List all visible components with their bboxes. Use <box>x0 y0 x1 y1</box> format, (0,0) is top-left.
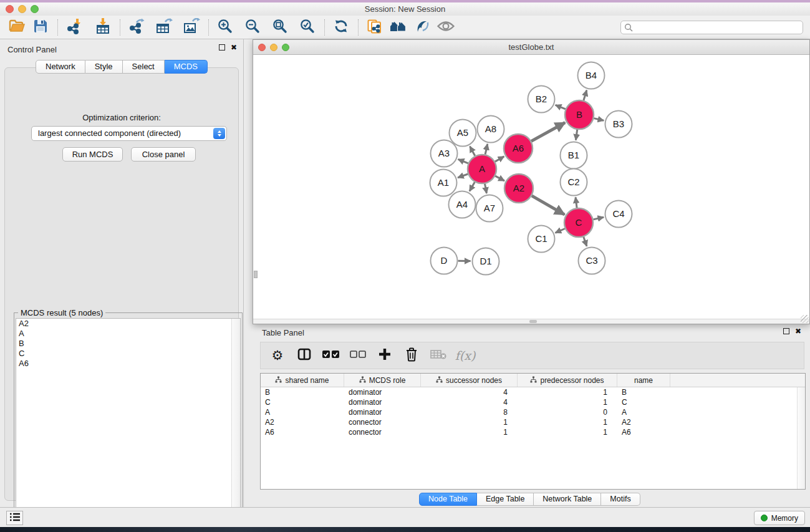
edge-A2-C[interactable] <box>532 196 565 215</box>
edge-C-C2[interactable] <box>576 197 577 208</box>
cell-predecessor-nodes[interactable]: 1 <box>518 387 617 397</box>
cell-predecessor-nodes[interactable]: 1 <box>518 427 617 437</box>
table-row[interactable]: Cdominator41C <box>261 397 805 407</box>
cell-shared-name[interactable]: A6 <box>261 427 344 437</box>
cell-successor-nodes[interactable]: 8 <box>421 407 518 417</box>
close-panel-button[interactable]: Close panel <box>131 147 196 162</box>
column-header-successor-nodes[interactable]: successor nodes <box>421 374 518 387</box>
node-C[interactable]: C <box>564 208 593 237</box>
bird-eye-view-button[interactable] <box>436 18 455 37</box>
run-mcds-button[interactable]: Run MCDS <box>62 147 123 162</box>
edge-C-C4[interactable] <box>593 217 604 220</box>
delete-table-button[interactable] <box>430 347 446 364</box>
cell-mcds-role[interactable]: connector <box>344 417 421 427</box>
edge-A-A6[interactable] <box>495 157 504 162</box>
cell-shared-name[interactable]: A2 <box>261 417 344 427</box>
home-button[interactable] <box>389 18 408 37</box>
task-history-button[interactable] <box>6 511 23 525</box>
edge-A-A7[interactable] <box>485 184 487 193</box>
horizontal-scrollbar[interactable] <box>253 319 809 324</box>
edge-A-A1[interactable] <box>458 174 468 178</box>
cell-shared-name[interactable]: A <box>261 407 344 417</box>
mcds-result-item[interactable]: C <box>16 349 240 359</box>
mcds-result-item[interactable]: A <box>16 329 240 339</box>
tab-network[interactable]: Network <box>36 60 85 74</box>
column-header-name[interactable]: name <box>617 374 670 387</box>
add-column-button[interactable] <box>377 347 393 364</box>
tab-mcds[interactable]: MCDS <box>165 60 208 74</box>
deselect-all-button[interactable] <box>350 347 366 364</box>
node-D[interactable]: D <box>431 248 458 274</box>
node-A[interactable]: A <box>468 155 496 183</box>
close-panel-icon[interactable]: ✖ <box>231 44 237 51</box>
edge-B-B3[interactable] <box>594 118 604 121</box>
edge-A-A2[interactable] <box>495 176 504 181</box>
cell-predecessor-nodes[interactable]: 1 <box>518 397 617 407</box>
cell-name[interactable]: B <box>617 387 670 397</box>
edge-A-A5[interactable] <box>470 147 475 156</box>
cell-successor-nodes[interactable]: 4 <box>421 397 518 407</box>
new-network-from-selection-button[interactable] <box>365 18 384 37</box>
edge-B-B2[interactable] <box>556 105 566 109</box>
optimization-criterion-select[interactable]: largest connected component (directed) <box>31 126 227 141</box>
close-panel-icon[interactable]: ✖ <box>795 328 801 334</box>
edge-A6-B[interactable] <box>531 123 565 142</box>
node-A2[interactable]: A2 <box>504 174 533 203</box>
node-B4[interactable]: B4 <box>578 62 605 89</box>
edge-B-B1[interactable] <box>576 130 577 140</box>
table-row[interactable]: A2connector11A2 <box>261 417 805 427</box>
column-header-mcds-role[interactable]: MCDS role <box>344 374 421 387</box>
tab-network-table[interactable]: Network Table <box>534 493 601 506</box>
cell-successor-nodes[interactable]: 1 <box>421 417 518 427</box>
horizontal-scrollbar-thumb[interactable] <box>529 320 537 323</box>
cell-name[interactable]: C <box>617 397 670 407</box>
node-A7[interactable]: A7 <box>476 195 503 222</box>
tab-style[interactable]: Style <box>85 60 123 74</box>
column-header-shared-name[interactable]: shared name <box>261 374 344 387</box>
cell-name[interactable]: A6 <box>617 427 670 437</box>
zoom-in-button[interactable] <box>216 18 234 37</box>
export-image-button[interactable] <box>182 18 201 37</box>
table-row[interactable]: Bdominator41B <box>261 387 805 397</box>
node-A1[interactable]: A1 <box>430 170 457 196</box>
node-B[interactable]: B <box>565 100 594 129</box>
show-graphics-details-button[interactable] <box>413 18 432 37</box>
tab-select[interactable]: Select <box>123 60 165 74</box>
import-table-button[interactable] <box>94 18 112 37</box>
tab-motifs[interactable]: Motifs <box>601 493 640 506</box>
edge-A-A3[interactable] <box>458 159 468 163</box>
edge-C-C1[interactable] <box>556 229 566 233</box>
search-input[interactable] <box>620 21 803 34</box>
save-session-button[interactable] <box>31 18 50 37</box>
float-panel-icon[interactable] <box>219 44 225 51</box>
cell-predecessor-nodes[interactable]: 1 <box>518 417 617 427</box>
cell-shared-name[interactable]: C <box>261 397 344 407</box>
node-B3[interactable]: B3 <box>605 111 632 138</box>
select-all-button[interactable] <box>323 347 339 364</box>
node-D1[interactable]: D1 <box>473 248 499 275</box>
node-A8[interactable]: A8 <box>478 116 504 143</box>
function-builder-button[interactable]: f(x) <box>457 347 473 364</box>
refresh-button[interactable] <box>332 18 350 37</box>
delete-column-button[interactable] <box>403 347 420 364</box>
node-B1[interactable]: B1 <box>561 142 587 169</box>
mcds-result-item[interactable]: A6 <box>16 359 240 369</box>
network-canvas[interactable]: B4B2BB3A5A8A6A3B1AA1C2A2A4A7C4CC1C3DD1 <box>253 55 809 319</box>
export-network-button[interactable] <box>127 18 146 37</box>
table-settings-button[interactable]: ⚙ <box>269 347 286 364</box>
node-C1[interactable]: C1 <box>528 226 555 253</box>
cell-successor-nodes[interactable]: 4 <box>421 387 518 397</box>
node-B2[interactable]: B2 <box>528 86 555 113</box>
open-session-button[interactable] <box>7 18 26 37</box>
node-C3[interactable]: C3 <box>579 248 605 274</box>
table-row[interactable]: Adominator80A <box>261 407 805 417</box>
node-A4[interactable]: A4 <box>449 191 476 218</box>
table-scrollbar[interactable] <box>797 387 805 489</box>
node-A5[interactable]: A5 <box>450 120 476 147</box>
result-scrollbar[interactable] <box>231 319 240 523</box>
resize-grip-icon[interactable] <box>801 315 809 323</box>
cell-mcds-role[interactable]: dominator <box>344 397 421 407</box>
cell-shared-name[interactable]: B <box>261 387 344 397</box>
zoom-fit-button[interactable] <box>271 18 289 37</box>
table-row[interactable]: A6connector11A6 <box>261 427 805 437</box>
